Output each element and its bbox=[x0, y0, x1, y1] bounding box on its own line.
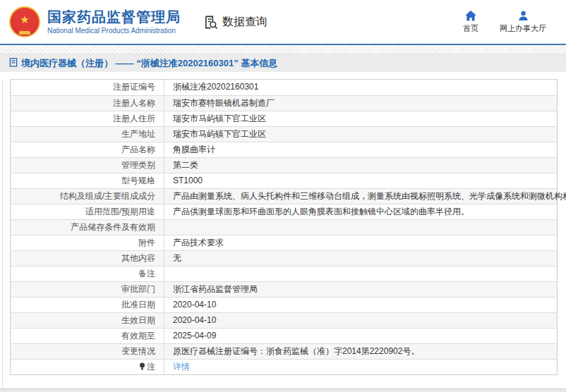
field-value: 2020-04-10 bbox=[164, 313, 557, 328]
table-row: 注册人名称 瑞安市赛特眼镜机器制造厂 bbox=[11, 95, 557, 111]
table-row: 注册证编号 浙械注准20202160301 bbox=[11, 80, 557, 95]
field-label: 注册证编号 bbox=[11, 80, 164, 95]
field-label: 其他内容 bbox=[11, 251, 164, 266]
document-search-icon bbox=[203, 15, 218, 30]
field-value: 无 bbox=[164, 251, 557, 266]
table-row: 注册人住所 瑞安市马屿镇下官工业区 bbox=[11, 111, 557, 126]
data-query-button[interactable]: 数据查询 bbox=[203, 15, 267, 30]
note-bulb-icon bbox=[139, 361, 145, 376]
field-value: 2020-04-10 bbox=[164, 298, 557, 312]
field-label: 注册人住所 bbox=[11, 111, 164, 126]
field-value: 产品由测量系统、病人头托构件和三维移动台组成，测量系统由视标照明系统、光学成像系… bbox=[164, 189, 566, 204]
home-icon bbox=[465, 11, 476, 21]
field-label: 适用范围/预期用途 bbox=[11, 204, 164, 219]
nav-home[interactable]: 首页 bbox=[463, 11, 478, 34]
site-header: ★ 国家药品监督管理局 National Medical Products Ad… bbox=[0, 0, 566, 44]
nav-home-label: 首页 bbox=[463, 23, 478, 34]
field-label: 结构及组成/主要组成成分 bbox=[11, 189, 164, 204]
table-row: 管理类别 第二类 bbox=[11, 157, 557, 173]
star-icon: ★ bbox=[20, 14, 29, 25]
field-value: 瑞安市马屿镇下官工业区 bbox=[164, 111, 557, 126]
field-value: ST1000 bbox=[164, 173, 557, 188]
field-label: 批准日期 bbox=[11, 298, 164, 312]
field-value: 角膜曲率计 bbox=[164, 142, 557, 157]
nav-online-hall-label: 网上办事大厅 bbox=[500, 23, 546, 34]
table-row: 生效日期 2020-04-10 bbox=[11, 312, 557, 328]
field-value bbox=[164, 220, 557, 235]
details-link[interactable]: 详情 bbox=[173, 362, 190, 372]
field-value: 原医疗器械注册证编号：浙食药监械（准）字2014第2220902号。 bbox=[164, 344, 557, 359]
table-row: 批准日期 2020-04-10 bbox=[11, 297, 557, 312]
table-row: 适用范围/预期用途 产品供测量球面形和环曲面形的人眼角膜表面和接触镜中心区域的曲… bbox=[11, 204, 557, 219]
breadcrumb-bar: 境内医疗器械（注册） —— “浙械注准20202160301” 基本信息 bbox=[0, 54, 566, 72]
field-value: 浙械注准20202160301 bbox=[164, 80, 557, 95]
table-row: 有效期至 2025-04-09 bbox=[11, 328, 557, 343]
table-row: 产品储存条件及有效期 bbox=[11, 219, 557, 235]
field-label: 变更情况 bbox=[11, 344, 164, 359]
table-row: 产品名称 角膜曲率计 bbox=[11, 142, 557, 157]
field-label: 生效日期 bbox=[11, 313, 164, 328]
field-value: 详情 bbox=[164, 360, 557, 374]
table-row: 生产地址 瑞安市马屿镇下官工业区 bbox=[11, 126, 557, 142]
table-row: 备注 bbox=[11, 266, 557, 281]
field-value: 瑞安市马屿镇下官工业区 bbox=[164, 127, 557, 142]
field-label: 审批部门 bbox=[11, 282, 164, 297]
table-row: 其他内容 无 bbox=[11, 250, 557, 266]
field-label: 备注 bbox=[11, 267, 164, 281]
field-label: 有效期至 bbox=[11, 329, 164, 343]
registration-info-table: 注册证编号 浙械注准20202160301 注册人名称 瑞安市赛特眼镜机器制造厂… bbox=[10, 79, 558, 375]
field-value bbox=[164, 267, 557, 281]
table-row: 审批部门 浙江省药品监督管理局 bbox=[11, 281, 557, 297]
field-label: 注 bbox=[11, 360, 164, 374]
header-stripe-band bbox=[0, 45, 566, 54]
table-row: 结构及组成/主要组成成分 产品由测量系统、病人头托构件和三维移动台组成，测量系统… bbox=[11, 188, 557, 204]
field-label: 生产地址 bbox=[11, 127, 164, 142]
document-icon bbox=[9, 57, 18, 70]
brand-text: 国家药品监督管理局 National Medical Products Admi… bbox=[47, 9, 181, 35]
national-emblem-logo: ★ bbox=[9, 6, 40, 37]
field-label: 注册人名称 bbox=[11, 96, 164, 111]
table-row: 附件 产品技术要求 bbox=[11, 235, 557, 250]
nav-online-hall[interactable]: 网上办事大厅 bbox=[500, 11, 546, 34]
field-value: 瑞安市赛特眼镜机器制造厂 bbox=[164, 96, 557, 111]
field-label: 型号规格 bbox=[11, 173, 164, 188]
footer-strip bbox=[0, 388, 566, 392]
field-label: 管理类别 bbox=[11, 158, 164, 173]
page-content: 注册证编号 浙械注准20202160301 注册人名称 瑞安市赛特眼镜机器制造厂… bbox=[2, 79, 566, 392]
brand-title: 国家药品监督管理局 bbox=[47, 9, 181, 25]
field-label: 产品储存条件及有效期 bbox=[11, 220, 164, 235]
table-row: 型号规格 ST1000 bbox=[11, 173, 557, 188]
field-label: 附件 bbox=[11, 235, 164, 250]
field-label-text: 注 bbox=[147, 362, 155, 372]
page-title: 境内医疗器械（注册） —— “浙械注准20202160301” 基本信息 bbox=[21, 57, 277, 70]
table-row: 注 详情 bbox=[11, 359, 557, 374]
field-value: 产品技术要求 bbox=[164, 235, 557, 250]
person-icon bbox=[518, 11, 529, 21]
field-value: 浙江省药品监督管理局 bbox=[164, 282, 557, 297]
brand-subtitle: National Medical Products Administration bbox=[47, 27, 181, 35]
table-row: 变更情况 原医疗器械注册证编号：浙食药监械（准）字2014第2220902号。 bbox=[11, 343, 557, 359]
top-nav: 首页 网上办事大厅 bbox=[463, 11, 546, 34]
field-value: 产品供测量球面形和环曲面形的人眼角膜表面和接触镜中心区域的曲率半径用。 bbox=[164, 204, 557, 219]
field-value: 2025-04-09 bbox=[164, 329, 557, 343]
data-query-label: 数据查询 bbox=[222, 15, 267, 30]
field-label: 产品名称 bbox=[11, 142, 164, 157]
field-value: 第二类 bbox=[164, 158, 557, 173]
